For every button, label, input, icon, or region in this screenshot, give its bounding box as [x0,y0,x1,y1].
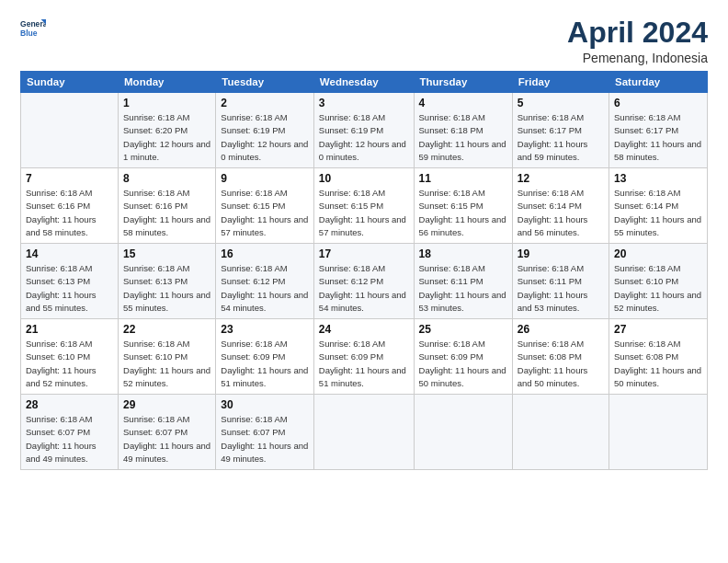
sunrise: Sunrise: 6:18 AM [221,414,287,424]
col-friday: Friday [512,72,609,93]
col-thursday: Thursday [414,72,512,93]
sunrise: Sunrise: 6:18 AM [26,263,92,273]
sunset: Sunset: 6:12 PM [319,276,383,286]
sunrise: Sunrise: 6:18 AM [518,263,584,273]
daylight: Daylight: 11 hours and 52 minutes. [614,290,701,313]
sunrise: Sunrise: 6:18 AM [319,339,385,349]
calendar-week-2: 14 Sunrise: 6:18 AM Sunset: 6:13 PM Dayl… [21,244,708,319]
sunset: Sunset: 6:16 PM [123,201,188,211]
day-number: 29 [123,398,210,411]
sunrise: Sunrise: 6:18 AM [518,112,584,122]
calendar-cell: 19 Sunrise: 6:18 AM Sunset: 6:11 PM Dayl… [512,244,609,319]
day-number: 5 [518,97,604,109]
day-number: 21 [26,323,113,336]
day-info: Sunrise: 6:18 AM Sunset: 6:10 PM Dayligh… [26,338,113,390]
sunset: Sunset: 6:20 PM [123,125,188,135]
day-number: 30 [221,398,309,411]
day-info: Sunrise: 6:18 AM Sunset: 6:07 PM Dayligh… [26,413,113,465]
calendar-cell: 9 Sunrise: 6:18 AM Sunset: 6:15 PM Dayli… [216,168,314,244]
calendar-cell [414,395,512,470]
day-info: Sunrise: 6:18 AM Sunset: 6:17 PM Dayligh… [614,111,702,164]
sunset: Sunset: 6:16 PM [26,201,90,211]
day-info: Sunrise: 6:18 AM Sunset: 6:15 PM Dayligh… [319,187,409,239]
daylight: Daylight: 11 hours and 56 minutes. [419,214,506,237]
sunrise: Sunrise: 6:18 AM [123,188,189,198]
sunset: Sunset: 6:07 PM [123,427,188,437]
calendar-table: Sunday Monday Tuesday Wednesday Thursday… [20,71,708,470]
daylight: Daylight: 11 hours and 57 minutes. [319,214,406,237]
sunrise: Sunrise: 6:18 AM [123,112,189,122]
day-info: Sunrise: 6:18 AM Sunset: 6:13 PM Dayligh… [123,262,210,315]
day-info: Sunrise: 6:18 AM Sunset: 6:15 PM Dayligh… [221,187,309,239]
calendar-cell: 3 Sunrise: 6:18 AM Sunset: 6:19 PM Dayli… [313,93,414,168]
calendar-cell: 13 Sunrise: 6:18 AM Sunset: 6:14 PM Dayl… [609,168,708,244]
daylight: Daylight: 11 hours and 50 minutes. [419,365,506,388]
calendar-cell: 2 Sunrise: 6:18 AM Sunset: 6:19 PM Dayli… [216,93,314,168]
sunrise: Sunrise: 6:18 AM [419,188,485,198]
day-number: 17 [319,247,409,260]
calendar-cell: 21 Sunrise: 6:18 AM Sunset: 6:10 PM Dayl… [21,319,119,395]
day-info: Sunrise: 6:18 AM Sunset: 6:08 PM Dayligh… [614,338,702,390]
day-info: Sunrise: 6:18 AM Sunset: 6:16 PM Dayligh… [123,187,210,239]
sunset: Sunset: 6:17 PM [518,125,582,135]
sunrise: Sunrise: 6:18 AM [221,339,287,349]
logo-icon: General Blue [20,17,46,42]
calendar-cell [313,395,414,470]
day-info: Sunrise: 6:18 AM Sunset: 6:12 PM Dayligh… [319,262,409,315]
sunrise: Sunrise: 6:18 AM [26,188,92,198]
day-number: 3 [319,97,409,109]
sunrise: Sunrise: 6:18 AM [319,188,385,198]
sunset: Sunset: 6:11 PM [518,276,582,286]
calendar-week-1: 7 Sunrise: 6:18 AM Sunset: 6:16 PM Dayli… [21,168,708,244]
calendar-cell: 17 Sunrise: 6:18 AM Sunset: 6:12 PM Dayl… [313,244,414,319]
sunset: Sunset: 6:09 PM [419,351,483,362]
col-wednesday: Wednesday [313,72,414,93]
calendar-cell: 1 Sunrise: 6:18 AM Sunset: 6:20 PM Dayli… [119,93,216,168]
calendar-cell: 24 Sunrise: 6:18 AM Sunset: 6:09 PM Dayl… [313,319,414,395]
sunrise: Sunrise: 6:18 AM [123,414,189,424]
daylight: Daylight: 11 hours and 49 minutes. [123,441,210,464]
calendar-cell: 27 Sunrise: 6:18 AM Sunset: 6:08 PM Dayl… [609,319,708,395]
daylight: Daylight: 11 hours and 59 minutes. [518,139,588,162]
day-info: Sunrise: 6:18 AM Sunset: 6:14 PM Dayligh… [518,187,604,239]
sunset: Sunset: 6:13 PM [26,276,90,286]
daylight: Daylight: 11 hours and 52 minutes. [26,365,97,388]
day-number: 25 [419,323,507,336]
day-info: Sunrise: 6:18 AM Sunset: 6:14 PM Dayligh… [614,187,702,239]
calendar-week-0: 1 Sunrise: 6:18 AM Sunset: 6:20 PM Dayli… [21,93,708,168]
calendar-cell: 26 Sunrise: 6:18 AM Sunset: 6:08 PM Dayl… [512,319,609,395]
daylight: Daylight: 11 hours and 53 minutes. [518,290,588,313]
day-info: Sunrise: 6:18 AM Sunset: 6:09 PM Dayligh… [319,338,409,390]
header-row: Sunday Monday Tuesday Wednesday Thursday… [21,72,708,93]
day-number: 15 [123,247,210,260]
daylight: Daylight: 11 hours and 58 minutes. [26,214,97,237]
calendar-cell: 22 Sunrise: 6:18 AM Sunset: 6:10 PM Dayl… [119,319,216,395]
sunrise: Sunrise: 6:18 AM [26,339,92,349]
calendar-cell: 30 Sunrise: 6:18 AM Sunset: 6:07 PM Dayl… [216,395,314,470]
sunrise: Sunrise: 6:18 AM [419,263,485,273]
sunrise: Sunrise: 6:18 AM [419,112,485,122]
day-number: 9 [221,172,309,185]
day-number: 27 [614,323,702,336]
sunrise: Sunrise: 6:18 AM [614,112,680,122]
calendar-title: April 2024 [567,17,708,49]
svg-text:Blue: Blue [20,29,38,38]
sunrise: Sunrise: 6:18 AM [419,339,485,349]
day-number: 2 [221,97,309,109]
sunset: Sunset: 6:14 PM [518,201,582,211]
day-info: Sunrise: 6:18 AM Sunset: 6:08 PM Dayligh… [518,338,604,390]
daylight: Daylight: 11 hours and 56 minutes. [518,214,588,237]
calendar-cell: 8 Sunrise: 6:18 AM Sunset: 6:16 PM Dayli… [119,168,216,244]
calendar-cell [512,395,609,470]
day-number: 18 [419,247,507,260]
day-number: 1 [123,97,210,109]
sunset: Sunset: 6:18 PM [419,125,483,135]
sunrise: Sunrise: 6:18 AM [319,263,385,273]
day-info: Sunrise: 6:18 AM Sunset: 6:09 PM Dayligh… [221,338,309,390]
sunrise: Sunrise: 6:18 AM [614,188,680,198]
calendar-cell: 23 Sunrise: 6:18 AM Sunset: 6:09 PM Dayl… [216,319,314,395]
daylight: Daylight: 11 hours and 55 minutes. [614,214,701,237]
header: General Blue General Blue April 2024 Pem… [20,17,708,65]
calendar-cell: 10 Sunrise: 6:18 AM Sunset: 6:15 PM Dayl… [313,168,414,244]
day-number: 22 [123,323,210,336]
